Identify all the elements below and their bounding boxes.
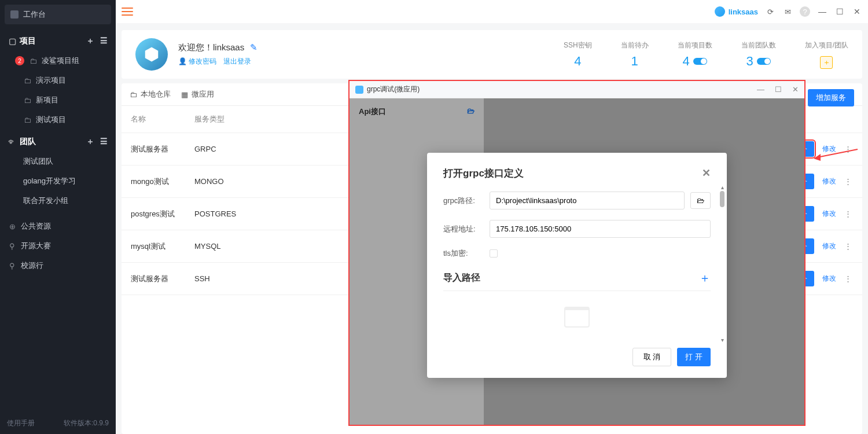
toggle-icon[interactable] bbox=[693, 58, 707, 65]
refresh-icon[interactable]: ⟳ bbox=[765, 6, 775, 17]
cell-name: 测试服务器 bbox=[131, 144, 194, 155]
join-add-button[interactable]: ＋ bbox=[820, 56, 833, 69]
sidebar-item-opensource[interactable]: ⚲开源大赛 bbox=[0, 236, 116, 256]
window-minimize-icon[interactable]: — bbox=[817, 7, 827, 16]
more-icon[interactable]: ⋮ bbox=[844, 274, 853, 283]
folder-icon: 🗀 bbox=[23, 96, 31, 104]
empty-state bbox=[443, 291, 711, 343]
manual-link[interactable]: 使用手册 bbox=[7, 418, 35, 428]
stat-label: SSH密钥 bbox=[564, 41, 592, 50]
workspace-button[interactable]: 工作台 bbox=[5, 5, 111, 24]
more-icon[interactable]: ⋮ bbox=[844, 242, 853, 251]
browse-folder-button[interactable]: 🗁 bbox=[690, 192, 711, 209]
sidebar-item-team[interactable]: golang开发学习 bbox=[0, 171, 116, 191]
edit-link[interactable]: 修改 bbox=[822, 241, 836, 251]
modal-title-text: 打开grpc接口定义 bbox=[443, 167, 524, 180]
tab-local-repo[interactable]: 🗀本地仓库 bbox=[130, 89, 171, 100]
scrollbar-up-icon[interactable]: ▴ bbox=[721, 184, 724, 190]
stat-todo[interactable]: 当前待办1 bbox=[621, 41, 649, 69]
stat-projects[interactable]: 当前项目数4 bbox=[678, 41, 712, 69]
th-name: 名称 bbox=[131, 114, 194, 124]
mail-icon[interactable]: ✉ bbox=[782, 6, 793, 17]
window-maximize-icon[interactable]: ☐ bbox=[834, 7, 845, 16]
tls-checkbox[interactable] bbox=[490, 249, 498, 258]
grid-icon: ▦ bbox=[181, 90, 188, 99]
stat-value: 4 bbox=[683, 54, 690, 69]
globe-icon: ⊕ bbox=[8, 222, 16, 230]
sidebar-item-project[interactable]: 🗀演示项目 bbox=[0, 71, 116, 90]
subwin-titlebar: grpc调试(微应用) — ☐ ✕ bbox=[350, 81, 804, 98]
add-import-path-icon[interactable]: ＋ bbox=[699, 270, 711, 286]
sidebar-item-label: 演示项目 bbox=[36, 75, 66, 86]
badge: 2 bbox=[15, 56, 24, 65]
edit-link[interactable]: 修改 bbox=[822, 144, 836, 154]
section-projects: ▢ 项目 ＋ ☰ bbox=[0, 29, 116, 51]
change-password-label: 修改密码 bbox=[189, 57, 216, 65]
subwin-minimize-icon[interactable]: — bbox=[757, 85, 764, 94]
th-type: 服务类型 bbox=[194, 114, 258, 124]
subwin-close-icon[interactable]: ✕ bbox=[792, 85, 799, 94]
sidebar-item-project[interactable]: 2🗀凌鲨项目组 bbox=[0, 51, 116, 71]
stat-ssh[interactable]: SSH密钥4 bbox=[564, 41, 592, 69]
window-close-icon[interactable]: ✕ bbox=[852, 7, 862, 16]
tab-label: 微应用 bbox=[192, 89, 214, 100]
sidebar: 工作台 ▢ 项目 ＋ ☰ 2🗀凌鲨项目组 🗀演示项目 🗀新项目 🗀测试项目 ᯤ … bbox=[0, 0, 116, 434]
list-teams-icon[interactable]: ☰ bbox=[100, 137, 108, 147]
section-teams: ᯤ 团队 ＋ ☰ bbox=[0, 130, 116, 152]
open-button[interactable]: 打 开 bbox=[677, 348, 711, 366]
edit-link[interactable]: 修改 bbox=[822, 274, 836, 284]
grpc-path-label: grpc路径: bbox=[443, 196, 484, 206]
subwin-maximize-icon[interactable]: ☐ bbox=[775, 85, 782, 94]
sidebar-item-team[interactable]: 测试团队 bbox=[0, 152, 116, 171]
import-path-head: 导入路径 bbox=[443, 272, 480, 284]
remote-address-label: 远程地址: bbox=[443, 224, 484, 234]
edit-link[interactable]: 修改 bbox=[822, 209, 836, 219]
sidebar-item-project[interactable]: 🗀新项目 bbox=[0, 90, 116, 110]
projects-icon: ▢ bbox=[8, 37, 16, 45]
folder-icon: 🗀 bbox=[29, 57, 37, 65]
help-icon[interactable]: ? bbox=[800, 6, 810, 17]
stat-label: 加入项目/团队 bbox=[805, 41, 848, 50]
sidebar-item-project[interactable]: 🗀测试项目 bbox=[0, 110, 116, 130]
more-icon[interactable]: ⋮ bbox=[844, 145, 853, 153]
sidebar-item-label: 测试项目 bbox=[36, 115, 66, 125]
folder-icon: 🗀 bbox=[130, 90, 137, 99]
stat-teams[interactable]: 当前团队数3 bbox=[741, 41, 776, 69]
teams-icon: ᯤ bbox=[8, 138, 16, 146]
scrollbar-thumb[interactable] bbox=[720, 191, 724, 207]
more-icon[interactable]: ⋮ bbox=[844, 209, 853, 218]
add-service-button[interactable]: 增加服务 bbox=[808, 89, 854, 106]
sidebar-item-campus[interactable]: ⚲校源行 bbox=[0, 256, 116, 275]
tab-microapp[interactable]: ▦微应用 bbox=[181, 89, 214, 100]
sidebar-item-label: golang开发学习 bbox=[23, 176, 76, 186]
main: linksaas ⟳ ✉ ? — ☐ ✕ 欢迎您！linksaas ✎ 👤 修改… bbox=[116, 0, 868, 434]
folder-icon: 🗀 bbox=[23, 76, 31, 84]
scrollbar-down-icon[interactable]: ▾ bbox=[721, 337, 724, 343]
add-team-icon[interactable]: ＋ bbox=[86, 137, 94, 147]
hamburger-icon[interactable] bbox=[122, 8, 133, 16]
stat-join: 加入项目/团队＋ bbox=[805, 41, 848, 69]
more-icon[interactable]: ⋮ bbox=[844, 177, 853, 186]
change-password-link[interactable]: 👤 修改密码 bbox=[178, 57, 216, 67]
edit-name-icon[interactable]: ✎ bbox=[250, 42, 258, 52]
grpc-path-input[interactable] bbox=[490, 192, 685, 209]
stat-value: 1 bbox=[621, 54, 649, 69]
sidebar-item-label: 开源大赛 bbox=[21, 241, 51, 251]
projects-head-label: 项目 bbox=[20, 36, 36, 46]
cell-type: MYSQL bbox=[194, 242, 258, 251]
toggle-icon[interactable] bbox=[757, 58, 771, 65]
link-icon: ⚲ bbox=[8, 242, 16, 250]
cell-type: POSTGRES bbox=[194, 209, 258, 218]
cancel-button[interactable]: 取 消 bbox=[632, 348, 672, 366]
subwin-title: grpc调试(微应用) bbox=[367, 84, 420, 94]
workspace-label: 工作台 bbox=[23, 9, 46, 20]
logout-link[interactable]: 退出登录 bbox=[223, 57, 251, 67]
sidebar-item-team[interactable]: 联合开发小组 bbox=[0, 191, 116, 211]
remote-address-input[interactable] bbox=[490, 220, 711, 238]
sidebar-item-public[interactable]: ⊕公共资源 bbox=[0, 216, 116, 236]
add-project-icon[interactable]: ＋ bbox=[86, 36, 94, 46]
list-projects-icon[interactable]: ☰ bbox=[100, 36, 108, 46]
edit-link[interactable]: 修改 bbox=[822, 176, 836, 186]
sidebar-item-label: 校源行 bbox=[21, 260, 43, 271]
modal-close-icon[interactable]: ✕ bbox=[702, 167, 711, 180]
